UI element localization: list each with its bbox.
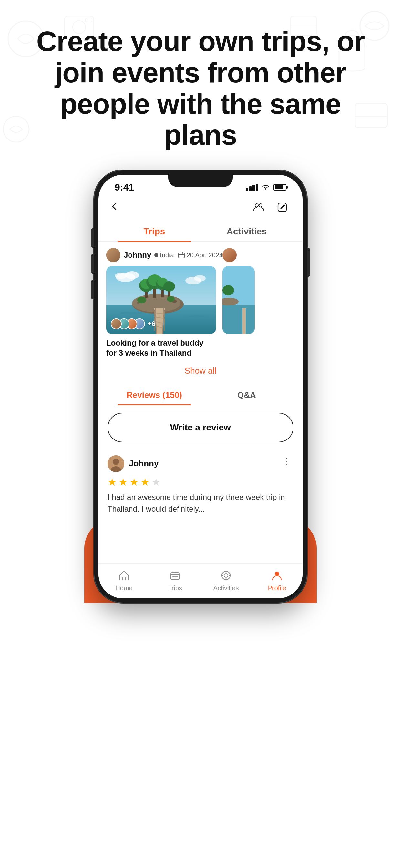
tab-reviews[interactable]: Reviews (150) bbox=[108, 385, 201, 405]
hero-title: Create your own trips, or join events fr… bbox=[26, 26, 375, 151]
nav-item-trips[interactable]: Trips bbox=[150, 568, 201, 592]
nav-item-profile[interactable]: Profile bbox=[251, 568, 303, 592]
trip-user-avatar bbox=[106, 248, 120, 262]
review-stars: ★ ★ ★ ★ ★ bbox=[107, 476, 294, 488]
screen-content[interactable]: Johnny India bbox=[98, 242, 303, 563]
trip-image-partial bbox=[222, 266, 255, 334]
review-header: Johnny ⋮ bbox=[107, 455, 294, 472]
svg-point-8 bbox=[255, 204, 258, 207]
trip-list: Johnny India bbox=[98, 242, 303, 358]
bottom-spacer bbox=[98, 521, 303, 528]
svg-point-59 bbox=[174, 576, 176, 578]
svg-rect-10 bbox=[278, 203, 286, 212]
status-icons bbox=[246, 183, 286, 191]
show-all-section: Show all bbox=[98, 358, 303, 385]
review-avatar bbox=[107, 455, 124, 472]
trip-location: India bbox=[154, 252, 174, 259]
trip-image: +6 bbox=[106, 266, 216, 334]
hero-section: Create your own trips, or join events fr… bbox=[0, 0, 401, 170]
trip-card[interactable]: Johnny India bbox=[106, 248, 216, 358]
show-all-button[interactable]: Show all bbox=[185, 366, 216, 376]
profile-icon bbox=[270, 568, 284, 583]
phone-notch bbox=[168, 175, 233, 187]
star-4: ★ bbox=[141, 476, 150, 488]
review-username: Johnny bbox=[129, 459, 158, 469]
phone-frame: 9:41 bbox=[94, 170, 307, 603]
participant-avatar bbox=[111, 318, 122, 330]
svg-point-45 bbox=[125, 271, 139, 279]
svg-point-55 bbox=[113, 459, 119, 465]
wifi-icon bbox=[262, 183, 270, 191]
top-nav bbox=[98, 195, 303, 221]
calendar-icon bbox=[178, 252, 185, 259]
svg-rect-11 bbox=[179, 253, 184, 258]
nav-item-activities[interactable]: Activities bbox=[201, 568, 251, 592]
trip-username: Johnny bbox=[124, 251, 151, 259]
svg-point-14 bbox=[119, 312, 145, 314]
location-dot bbox=[154, 253, 158, 257]
trip-date: 20 Apr, 2024 bbox=[178, 252, 223, 259]
write-review-section: Write a review bbox=[98, 405, 303, 449]
star-3: ★ bbox=[129, 476, 139, 488]
star-2: ★ bbox=[119, 476, 128, 488]
trips-icon bbox=[168, 568, 182, 583]
svg-point-29 bbox=[163, 281, 175, 291]
main-tabs: Trips Activities bbox=[98, 221, 303, 242]
svg-point-9 bbox=[259, 204, 262, 207]
star-5: ★ bbox=[151, 476, 161, 488]
trip-user-avatar-partial bbox=[222, 248, 237, 262]
review-text: I had an awesome time during my three we… bbox=[107, 492, 294, 515]
phone-wrapper: 9:41 bbox=[0, 170, 401, 603]
svg-point-52 bbox=[222, 285, 234, 296]
write-review-button[interactable]: Write a review bbox=[107, 413, 294, 442]
review-user-info: Johnny bbox=[107, 455, 158, 472]
trip-card-partial-header bbox=[222, 248, 255, 262]
nav-actions bbox=[250, 198, 291, 216]
back-button[interactable] bbox=[110, 202, 119, 213]
svg-point-30 bbox=[137, 297, 146, 303]
svg-point-62 bbox=[224, 574, 228, 578]
nav-label-activities: Activities bbox=[213, 585, 239, 592]
participants-count: +6 bbox=[148, 320, 156, 328]
tab-trips[interactable]: Trips bbox=[108, 221, 201, 241]
profile-group-button[interactable] bbox=[250, 198, 267, 216]
svg-point-58 bbox=[173, 576, 174, 578]
svg-point-31 bbox=[167, 296, 175, 302]
svg-rect-50 bbox=[222, 305, 255, 334]
review-more-button[interactable]: ⋮ bbox=[280, 455, 294, 467]
trip-title: Looking for a travel buddy for 3 weeks i… bbox=[106, 338, 216, 358]
trip-meta: India 20 Apr, 2024 bbox=[154, 252, 223, 259]
battery-icon bbox=[274, 184, 286, 190]
review-item: Johnny ⋮ ★ ★ ★ ★ ★ I had an awesome time… bbox=[98, 449, 303, 521]
svg-point-60 bbox=[176, 576, 178, 578]
star-1: ★ bbox=[107, 476, 117, 488]
trip-participants: +6 bbox=[111, 318, 156, 330]
phone-screen: 9:41 bbox=[98, 175, 303, 598]
nav-label-home: Home bbox=[115, 585, 132, 592]
nav-label-profile: Profile bbox=[268, 585, 286, 592]
signal-icon bbox=[246, 184, 258, 191]
nav-item-home[interactable]: Home bbox=[98, 568, 150, 592]
bottom-nav: Home Trips bbox=[98, 563, 303, 598]
edit-button[interactable] bbox=[274, 198, 291, 216]
nav-label-trips: Trips bbox=[168, 585, 182, 592]
home-icon bbox=[117, 568, 131, 583]
status-time: 9:41 bbox=[115, 182, 134, 193]
svg-rect-53 bbox=[243, 308, 246, 334]
activities-icon bbox=[219, 568, 233, 583]
review-tabs: Reviews (150) Q&A bbox=[98, 385, 303, 405]
tab-activities[interactable]: Activities bbox=[201, 221, 293, 241]
trip-card-partial bbox=[222, 248, 255, 358]
svg-point-46 bbox=[115, 273, 127, 279]
svg-point-48 bbox=[194, 275, 206, 282]
tab-qa[interactable]: Q&A bbox=[201, 385, 293, 405]
trip-card-header: Johnny India bbox=[106, 248, 216, 262]
svg-point-15 bbox=[185, 315, 208, 317]
